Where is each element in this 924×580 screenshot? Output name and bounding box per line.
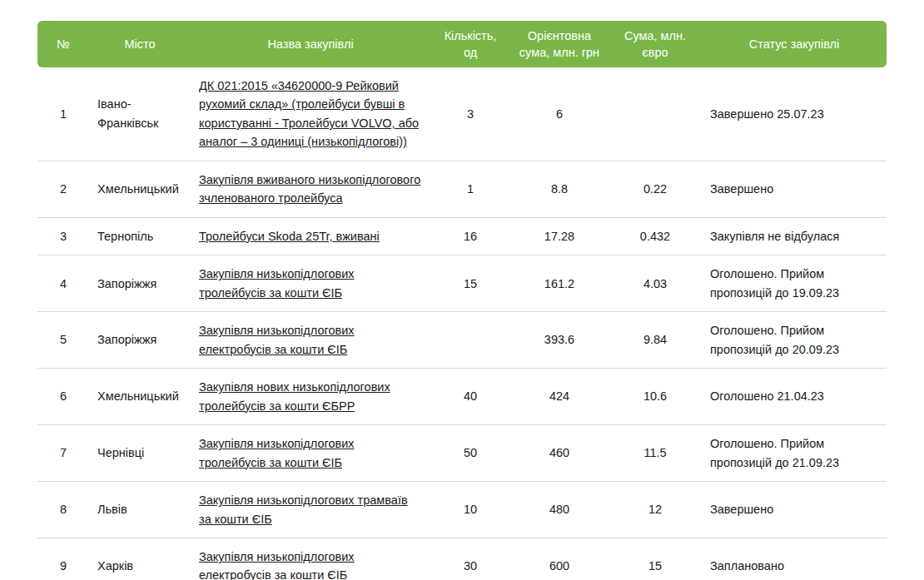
eur-sum-cell: 9.84: [609, 312, 702, 369]
uah-sum-cell: 17.28: [510, 218, 609, 255]
procurement-name-link[interactable]: Закупівля вживаного низькопідлогового зч…: [199, 173, 420, 205]
uah-sum-cell: 161.2: [510, 255, 609, 312]
procurement-name-link[interactable]: Тролейбуси Skoda 25Tr, вживані: [199, 230, 380, 243]
quantity-cell: 10: [430, 482, 510, 538]
row-number-cell: 4: [37, 255, 89, 312]
row-number-cell: 8: [37, 482, 89, 538]
status-cell: Завершено: [702, 482, 887, 538]
procurement-cell: Закупівля низькопідлогових електробусів …: [191, 312, 430, 369]
table-row: 1Івано-ФранківськДК 021:2015 «34620000-9…: [37, 67, 887, 161]
city-cell: Чернівці: [89, 425, 191, 482]
uah-sum-cell: 480: [510, 482, 609, 538]
row-number-cell: 6: [37, 369, 89, 425]
procurement-cell: Закупівля низькопідлогових трамваїв за к…: [191, 482, 430, 538]
procurement-cell: Закупівля вживаного низькопідлогового зч…: [191, 161, 430, 218]
procurement-cell: Закупівля нових низькопідлогових тролейб…: [191, 369, 430, 425]
procurement-report-page: № Місто Назва закупівлі Кількість, од Ор…: [0, 0, 924, 580]
procurement-name-link[interactable]: Закупівля низькопідлогових тролейбусів з…: [199, 437, 355, 468]
header-quantity: Кількість, од: [430, 21, 510, 67]
eur-sum-cell: 12: [609, 482, 702, 538]
eur-sum-cell: 0.22: [609, 161, 702, 218]
uah-sum-cell: 8.8: [510, 161, 609, 218]
procurement-name-link[interactable]: Закупівля низькопідлогових тролейбусів з…: [199, 267, 355, 299]
city-cell: Запоріжжя: [89, 255, 191, 312]
eur-sum-cell: 4.03: [609, 255, 702, 312]
eur-sum-cell: [609, 67, 702, 161]
city-cell: Львів: [89, 482, 191, 538]
eur-sum-cell: 0.432: [609, 218, 702, 255]
uah-sum-cell: 460: [510, 425, 609, 482]
quantity-cell: 16: [430, 218, 510, 255]
procurement-name-link[interactable]: Закупівля низькопідлогових електробусів …: [199, 550, 355, 580]
header-status: Статус закупівлі: [702, 21, 887, 67]
city-cell: Запоріжжя: [89, 312, 191, 369]
city-cell: Харків: [89, 538, 191, 580]
header-uah-sum: Орієнтовна сума, млн. грн: [510, 21, 609, 67]
status-cell: Оголошено. Прийом пропозицій до 19.09.23: [702, 255, 887, 312]
city-cell: Хмельницький: [89, 369, 191, 425]
row-number-cell: 9: [37, 538, 89, 580]
quantity-cell: 1: [430, 161, 510, 218]
uah-sum-cell: 6: [510, 67, 609, 161]
table-row: 3ТернопільТролейбуси Skoda 25Tr, вживані…: [37, 218, 887, 255]
table-row: 8ЛьвівЗакупівля низькопідлогових трамваї…: [37, 482, 887, 538]
row-number-cell: 5: [37, 312, 89, 369]
table-row: 6ХмельницькийЗакупівля нових низькопідло…: [37, 369, 887, 425]
table-header-row: № Місто Назва закупівлі Кількість, од Ор…: [37, 21, 887, 67]
status-cell: Завершено 25.07.23: [702, 67, 887, 161]
table-row: 2ХмельницькийЗакупівля вживаного низькоп…: [37, 161, 887, 218]
status-cell: Оголошено. Прийом пропозицій до 21.09.23: [702, 425, 887, 482]
quantity-cell: 50: [430, 425, 510, 482]
city-cell: Тернопіль: [89, 218, 191, 255]
procurement-name-link[interactable]: ДК 021:2015 «34620000-9 Рейковий рухомий…: [199, 79, 419, 148]
quantity-cell: [430, 312, 510, 369]
status-cell: Оголошено 21.04.23: [702, 369, 887, 425]
quantity-cell: 15: [430, 255, 510, 312]
header-city: Місто: [89, 21, 191, 67]
header-eur-sum: Сума, млн. євро: [609, 21, 702, 67]
uah-sum-cell: 424: [510, 369, 609, 425]
row-number-cell: 1: [37, 67, 89, 161]
uah-sum-cell: 600: [510, 538, 609, 580]
procurement-cell: ДК 021:2015 «34620000-9 Рейковий рухомий…: [191, 67, 430, 161]
header-number: №: [37, 21, 89, 67]
row-number-cell: 7: [37, 425, 89, 482]
header-procurement-name: Назва закупівлі: [191, 21, 430, 67]
table-row: 7ЧернівціЗакупівля низькопідлогових трол…: [37, 425, 887, 482]
table-row: 4ЗапоріжжяЗакупівля низькопідлогових тро…: [37, 255, 887, 312]
eur-sum-cell: 15: [609, 538, 702, 580]
procurement-name-link[interactable]: Закупівля нових низькопідлогових тролейб…: [199, 380, 390, 412]
table-row: 5ЗапоріжжяЗакупівля низькопідлогових еле…: [37, 312, 887, 369]
quantity-cell: 3: [430, 67, 510, 161]
row-number-cell: 3: [37, 218, 89, 255]
status-cell: Завершено: [702, 161, 887, 218]
status-cell: Заплановано: [702, 538, 887, 580]
city-cell: Хмельницький: [89, 161, 191, 218]
procurement-name-link[interactable]: Закупівля низькопідлогових трамваїв за к…: [199, 493, 408, 525]
table-row: 9ХарківЗакупівля низькопідлогових електр…: [37, 538, 887, 580]
row-number-cell: 2: [37, 161, 89, 218]
status-cell: Оголошено. Прийом пропозицій до 20.09.23: [702, 312, 887, 369]
eur-sum-cell: 10.6: [609, 369, 702, 425]
procurement-cell: Закупівля низькопідлогових тролейбусів з…: [191, 255, 430, 312]
procurement-name-link[interactable]: Закупівля низькопідлогових електробусів …: [199, 324, 355, 355]
status-cell: Закупівля не відбулася: [702, 218, 887, 255]
procurement-cell: Закупівля низькопідлогових електробусів …: [191, 538, 430, 580]
uah-sum-cell: 393.6: [510, 312, 609, 369]
quantity-cell: 30: [430, 538, 510, 580]
eur-sum-cell: 11.5: [609, 425, 702, 482]
procurement-cell: Тролейбуси Skoda 25Tr, вживані: [191, 218, 430, 255]
quantity-cell: 40: [430, 369, 510, 425]
city-cell: Івано-Франківськ: [89, 67, 191, 161]
procurement-table: № Місто Назва закупівлі Кількість, од Ор…: [37, 21, 887, 580]
procurement-cell: Закупівля низькопідлогових тролейбусів з…: [191, 425, 430, 482]
